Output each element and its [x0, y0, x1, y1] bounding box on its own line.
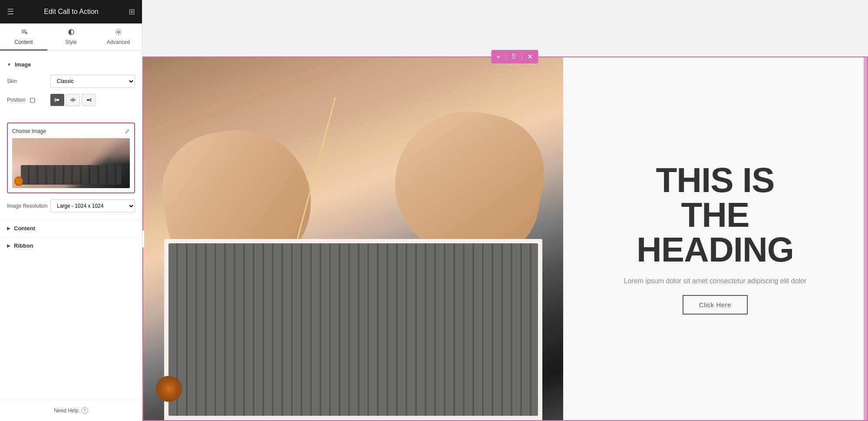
collapse-handle[interactable]: ‹	[142, 230, 144, 248]
panel-title: Edit Call to Action	[44, 8, 98, 16]
content-section-arrow: ▶	[7, 226, 10, 231]
cta-image-side	[143, 57, 563, 420]
left-panel: ☰ Edit Call to Action ⊞ Content Styl	[0, 0, 142, 421]
skin-select[interactable]: Classic Cover Frame	[50, 75, 135, 88]
tab-style[interactable]: Style	[47, 23, 95, 50]
tab-content[interactable]: Content	[0, 23, 47, 50]
svg-rect-6	[56, 99, 59, 101]
position-control	[50, 94, 135, 106]
svg-rect-8	[72, 98, 74, 102]
keyboard-keys	[21, 165, 121, 185]
cta-heading-line1: THIS IS	[656, 161, 774, 199]
advanced-tab-label: Advanced	[107, 39, 130, 45]
position-label: Position	[7, 97, 50, 103]
skin-field-row: Skin Classic Cover Frame	[7, 75, 135, 88]
image-resolution-label: Image Resolution	[7, 203, 50, 209]
image-resolution-control: Thumbnail Medium Large - 1024 x 1024 Ful…	[50, 199, 135, 212]
toolbar-divider-2	[521, 53, 522, 60]
choose-image-header: Choose Image ⤢	[12, 128, 130, 135]
content-section-label: ▶ Content	[7, 225, 135, 232]
coffee-cup-small	[14, 176, 23, 186]
style-tab-label: Style	[65, 39, 77, 45]
ribbon-section-arrow: ▶	[7, 243, 10, 248]
cta-content-side: THIS IS THE HEADING Lorem ipsum dolor si…	[563, 57, 867, 420]
image-section-body: Skin Classic Cover Frame Position	[0, 71, 142, 119]
choose-image-expand-icon[interactable]: ⤢	[125, 128, 130, 135]
ribbon-section-title: Ribbon	[14, 242, 33, 249]
hands-overlay	[12, 138, 130, 164]
section-toolbar: + ⠿ ✕	[491, 50, 538, 63]
right-accent-bar	[864, 56, 868, 421]
keyboard-image	[12, 138, 130, 188]
content-section-title: Content	[14, 225, 35, 232]
image-resolution-select[interactable]: Thumbnail Medium Large - 1024 x 1024 Ful…	[50, 199, 135, 212]
advanced-tab-icon	[115, 29, 122, 37]
content-tab-icon	[20, 29, 27, 37]
laptop-photo	[143, 57, 563, 420]
ribbon-section-label: ▶ Ribbon	[7, 242, 135, 249]
image-resolution-row: Image Resolution Thumbnail Medium Large …	[7, 199, 135, 212]
content-tab-label: Content	[14, 39, 33, 45]
position-left-btn[interactable]	[50, 94, 64, 106]
svg-rect-4	[30, 98, 35, 103]
main-canvas: + ⠿ ✕ THIS IS THE HEADING	[142, 0, 868, 421]
choose-image-label: Choose Image	[12, 128, 46, 134]
toolbar-add-button[interactable]: +	[495, 52, 502, 62]
toolbar-divider-1	[505, 53, 506, 60]
panel-footer: Need Help ?	[0, 400, 142, 421]
toolbar-move-button[interactable]: ⠿	[509, 52, 518, 62]
cta-heading: THIS IS THE HEADING	[637, 163, 794, 267]
panel-tabs: Content Style Advanced	[0, 23, 142, 51]
position-center-btn[interactable]	[66, 94, 80, 106]
image-section-arrow: ▼	[7, 62, 11, 67]
help-circle-icon: ?	[81, 407, 88, 414]
ribbon-section[interactable]: ▶ Ribbon	[0, 237, 142, 254]
need-help-label: Need Help	[54, 408, 79, 414]
svg-rect-9	[90, 98, 91, 102]
position-buttons	[50, 94, 135, 106]
cta-click-button[interactable]: Click Here	[683, 295, 748, 315]
grid-icon[interactable]: ⊞	[129, 7, 135, 17]
svg-rect-10	[87, 99, 90, 101]
need-help-button[interactable]: Need Help ?	[54, 407, 88, 414]
tab-advanced[interactable]: Advanced	[95, 23, 142, 50]
style-tab-icon	[68, 29, 75, 37]
image-section-title: Image	[15, 61, 31, 68]
laptop-keyboard-area	[164, 239, 542, 421]
content-section[interactable]: ▶ Content	[0, 219, 142, 237]
cta-heading-line2: THE	[681, 196, 749, 234]
svg-point-3	[118, 31, 119, 33]
panel-header: ☰ Edit Call to Action ⊞	[0, 0, 142, 23]
svg-rect-5	[55, 98, 56, 102]
image-section-header[interactable]: ▼ Image	[0, 58, 142, 71]
position-field-row: Position	[7, 94, 135, 106]
cta-heading-line3: HEADING	[637, 230, 794, 269]
hamburger-icon[interactable]: ☰	[7, 7, 14, 17]
choose-image-preview[interactable]	[12, 138, 130, 188]
panel-content: ▼ Image Skin Classic Cover Frame Positio…	[0, 51, 142, 400]
toolbar-close-button[interactable]: ✕	[525, 52, 535, 62]
position-right-btn[interactable]	[82, 94, 96, 106]
cta-section: THIS IS THE HEADING Lorem ipsum dolor si…	[142, 56, 868, 421]
laptop-keys-grid	[168, 243, 538, 416]
coffee-cup-main	[156, 376, 182, 402]
skin-label: Skin	[7, 78, 50, 84]
choose-image-box: Choose Image ⤢	[7, 123, 135, 193]
skin-control: Classic Cover Frame	[50, 75, 135, 88]
cta-subtext: Lorem ipsum dolor sit amet consectetur a…	[624, 276, 807, 286]
svg-line-1	[26, 33, 27, 34]
